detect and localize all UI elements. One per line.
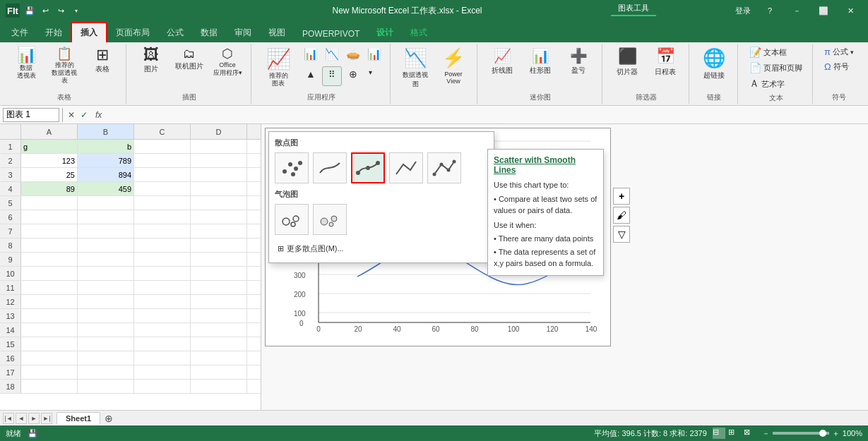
other-chart-button[interactable]: ⊕ — [343, 66, 363, 86]
list-item[interactable] — [191, 351, 247, 365]
list-item[interactable] — [191, 309, 247, 322]
confirm-formula-button[interactable]: ✓ — [78, 110, 90, 120]
list-item[interactable] — [78, 380, 134, 393]
page-break-view-button[interactable]: ⊠ — [744, 428, 756, 439]
list-item[interactable]: 459 — [78, 182, 134, 195]
zoom-out-button[interactable]: － — [762, 428, 770, 439]
scatter-lines-button[interactable] — [389, 152, 423, 183]
tab-formulas[interactable]: 公式 — [158, 23, 192, 42]
winloss-sparkline-button[interactable]: ➕ 盈亏 — [561, 45, 596, 78]
zoom-in-button[interactable]: ＋ — [832, 428, 840, 439]
list-item[interactable] — [21, 224, 78, 238]
sheet-tab-sheet1[interactable]: Sheet1 — [57, 412, 100, 424]
tab-view[interactable]: 视图 — [260, 23, 294, 42]
office-app-button[interactable]: ⬡ Office应用程序▾ — [210, 45, 245, 80]
scatter-chart-button[interactable]: ⠿ — [322, 66, 342, 86]
list-item[interactable] — [78, 253, 134, 266]
list-item[interactable] — [21, 323, 78, 337]
tab-page-layout[interactable]: 页面布局 — [107, 23, 158, 42]
list-item[interactable] — [21, 196, 78, 210]
list-item[interactable] — [191, 224, 247, 238]
chart-styles-button[interactable]: 🖌 — [613, 207, 630, 224]
area-chart-button[interactable]: ▲ — [301, 66, 321, 86]
list-item[interactable] — [78, 210, 134, 224]
scatter-lines-markers-button[interactable] — [427, 152, 461, 183]
list-item[interactable] — [191, 366, 247, 379]
list-item[interactable] — [134, 351, 191, 365]
name-box[interactable] — [3, 108, 59, 122]
list-item[interactable]: g — [21, 140, 78, 153]
power-view-button[interactable]: ⚡ PowerView — [436, 45, 471, 87]
minimize-button[interactable]: － — [785, 0, 809, 21]
list-item[interactable] — [21, 238, 78, 252]
list-item[interactable] — [134, 337, 191, 351]
list-item[interactable] — [21, 337, 78, 351]
last-sheet-button[interactable]: ►| — [41, 413, 52, 424]
list-item[interactable] — [134, 140, 191, 153]
formula-input[interactable] — [107, 108, 865, 122]
list-item[interactable]: 89 — [21, 182, 78, 195]
pie-chart-button[interactable]: 🥧 — [343, 45, 363, 65]
list-item[interactable] — [21, 366, 78, 379]
wordart-button[interactable]: Ａ 艺术字 — [745, 76, 807, 92]
save-button[interactable]: 💾 — [23, 4, 37, 18]
list-item[interactable] — [191, 281, 247, 294]
list-item[interactable] — [78, 351, 134, 365]
list-item[interactable] — [134, 267, 191, 280]
zoom-slider[interactable] — [773, 432, 829, 435]
list-item[interactable] — [134, 380, 191, 393]
list-item[interactable] — [78, 366, 134, 379]
list-item[interactable] — [78, 323, 134, 337]
tab-review[interactable]: 审阅 — [226, 23, 260, 42]
list-item[interactable] — [21, 253, 78, 266]
equation-button[interactable]: π 公式 ▾ — [820, 45, 858, 59]
restore-button[interactable]: ⬜ — [811, 0, 836, 21]
tab-design[interactable]: 设计 — [368, 23, 402, 42]
list-item[interactable] — [191, 295, 247, 308]
scatter-dot-button[interactable] — [275, 152, 309, 183]
list-item[interactable] — [191, 380, 247, 393]
list-item[interactable]: 789 — [78, 154, 134, 167]
pivot-chart-button[interactable]: 📉 数据透视图 — [398, 45, 433, 91]
list-item[interactable] — [134, 323, 191, 337]
list-item[interactable] — [191, 323, 247, 337]
col-header-D[interactable]: D — [191, 124, 247, 139]
column-sparkline-button[interactable]: 📊 柱形图 — [523, 45, 558, 78]
list-item[interactable] — [78, 224, 134, 238]
cancel-formula-button[interactable]: ✕ — [66, 110, 77, 120]
list-item[interactable] — [78, 281, 134, 294]
tab-insert[interactable]: 插入 — [71, 22, 107, 42]
chart-filter-button[interactable]: ▽ — [613, 226, 630, 243]
list-item[interactable] — [78, 309, 134, 322]
col-header-B[interactable]: B — [78, 124, 134, 139]
list-item[interactable] — [191, 337, 247, 351]
list-item[interactable] — [191, 253, 247, 266]
tab-powerpivot[interactable]: POWERPIVOT — [294, 25, 368, 42]
redo-button[interactable]: ↪ — [54, 4, 68, 18]
add-sheet-button[interactable]: ⊕ — [102, 412, 116, 425]
list-item[interactable] — [191, 238, 247, 252]
list-item[interactable]: b — [78, 140, 134, 153]
list-item[interactable] — [21, 380, 78, 393]
first-sheet-button[interactable]: |◄ — [3, 413, 14, 424]
col-header-A[interactable]: A — [21, 124, 78, 139]
table-button[interactable]: ⊞ 表格 — [85, 45, 120, 76]
list-item[interactable] — [134, 238, 191, 252]
symbol-button[interactable]: Ω 符号 — [820, 60, 858, 73]
qat-dropdown[interactable]: ▾ — [69, 4, 83, 18]
column-chart-button[interactable]: 📊 — [301, 45, 321, 65]
list-item[interactable] — [21, 281, 78, 294]
list-item[interactable] — [134, 182, 191, 195]
line-chart-button[interactable]: 📉 — [322, 45, 342, 65]
list-item[interactable] — [191, 140, 247, 153]
timeline-button[interactable]: 📅 日程表 — [648, 45, 683, 79]
header-footer-button[interactable]: 📄 页眉和页脚 — [745, 61, 807, 75]
list-item[interactable] — [78, 238, 134, 252]
list-item[interactable]: 123 — [21, 154, 78, 167]
list-item[interactable]: 25 — [21, 168, 78, 181]
list-item[interactable] — [78, 337, 134, 351]
list-item[interactable] — [191, 267, 247, 280]
bubble-3d-button[interactable] — [313, 204, 347, 235]
list-item[interactable] — [21, 351, 78, 365]
list-item[interactable] — [191, 210, 247, 224]
